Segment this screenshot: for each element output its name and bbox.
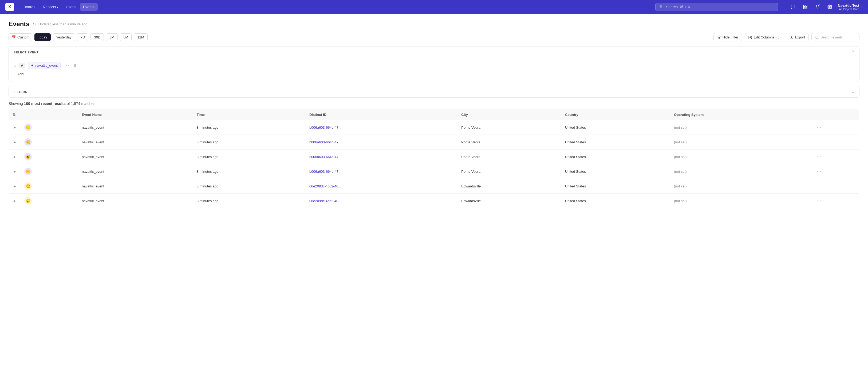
expand-cell: ▶ — [9, 164, 21, 179]
event-name-cell: navattic_event — [78, 120, 193, 135]
svg-line-8 — [818, 38, 818, 39]
table-row: ▶ 😐 navattic_event 8 minutes ago b006a60… — [9, 120, 860, 135]
yesterday-button[interactable]: Yesterday — [53, 33, 75, 41]
3m-button[interactable]: 3M — [106, 33, 118, 41]
distinct-id-cell: b006a603-664c-47... — [306, 164, 458, 179]
row-menu-cell: ··· — [813, 194, 860, 208]
table-row: ▶ 😑 navattic_event 8 minutes ago b006a60… — [9, 135, 860, 149]
distinct-id-link[interactable]: 06e209dc-4c62-40... — [309, 199, 341, 203]
row-menu-cell: ··· — [813, 120, 860, 135]
topnav-right: Navattic Test All Project Data ▾ — [789, 3, 863, 11]
col-actions — [813, 109, 860, 120]
select-event-section: SELECT EVENT ⌃ ⠿ A ✦ navattic_event ··· … — [8, 46, 860, 82]
expand-row-button[interactable]: ▶ — [12, 155, 17, 159]
avatar-cell: 😏 — [21, 179, 78, 194]
row-more-button[interactable]: ··· — [817, 184, 821, 188]
edit-columns-button[interactable]: Edit Columns • 6 — [745, 33, 783, 41]
event-name-cell: navattic_event — [78, 164, 193, 179]
filters-header[interactable]: FILTERS ⌄ — [9, 86, 859, 97]
select-event-header[interactable]: SELECT EVENT ⌃ — [9, 47, 859, 58]
gear-icon[interactable] — [826, 3, 834, 11]
expand-row-button[interactable]: ▶ — [12, 125, 17, 130]
global-search[interactable]: 🔍 — [655, 3, 778, 11]
table-row: ▶ 🙃 navattic_event 8 minutes ago 06e209d… — [9, 194, 860, 208]
sort-icon[interactable]: ⇅ — [12, 112, 16, 117]
avatar: 🙃 — [24, 197, 32, 205]
time-cell: 8 minutes ago — [193, 164, 306, 179]
search-events[interactable]: Search events — [811, 33, 860, 41]
search-input[interactable] — [666, 5, 774, 9]
distinct-id-link[interactable]: b006a603-664c-47... — [309, 125, 341, 129]
hide-filter-button[interactable]: Hide Filter — [713, 33, 742, 41]
nav-users[interactable]: Users — [62, 3, 79, 11]
country-cell: United States — [561, 135, 670, 149]
country-cell: United States — [561, 120, 670, 135]
city-cell: Edwardsville — [458, 179, 561, 194]
12m-button[interactable]: 12M — [134, 33, 147, 41]
svg-rect-2 — [803, 7, 805, 9]
row-more-button[interactable]: ··· — [817, 140, 821, 144]
row-more-button[interactable]: ··· — [817, 198, 821, 203]
today-button[interactable]: Today — [34, 33, 51, 41]
row-more-button[interactable]: ··· — [817, 154, 821, 159]
user-menu[interactable]: Navattic Test All Project Data ▾ — [838, 3, 863, 11]
country-cell: United States — [561, 149, 670, 164]
export-button[interactable]: Export — [786, 33, 809, 41]
expand-row-button[interactable]: ▶ — [12, 140, 17, 144]
custom-date-button[interactable]: 📅 Custom — [8, 33, 32, 41]
user-chevron-icon: ▾ — [861, 6, 863, 8]
updated-text: Updated less than a minute ago — [38, 22, 88, 26]
distinct-id-link[interactable]: b006a603-664c-47... — [309, 170, 341, 174]
7d-button[interactable]: 7D — [77, 33, 89, 41]
nav-boards[interactable]: Boards — [20, 3, 38, 11]
expand-row-button[interactable]: ▶ — [12, 199, 17, 203]
row-more-button[interactable]: ··· — [817, 169, 821, 174]
30d-button[interactable]: 30D — [91, 33, 104, 41]
bell-icon[interactable] — [813, 3, 822, 11]
main-page: Events ↻ Updated less than a minute ago … — [0, 14, 868, 385]
event-name-cell: navattic_event — [78, 194, 193, 208]
add-event-button[interactable]: + Add — [13, 70, 24, 78]
row-more-button[interactable]: ··· — [817, 125, 821, 129]
nav-events[interactable]: Events — [80, 3, 98, 11]
chevron-down-icon: ▾ — [57, 6, 58, 8]
distinct-id-link[interactable]: b006a603-664c-47... — [309, 140, 341, 144]
table-row: ▶ 😏 navattic_event 8 minutes ago 06e209d… — [9, 179, 860, 194]
distinct-id-cell: 06e209dc-4c62-40... — [306, 194, 458, 208]
event-delete-button[interactable]: 🗑 — [73, 63, 77, 68]
os-cell: (not set) — [670, 135, 813, 149]
row-menu-cell: ··· — [813, 149, 860, 164]
drag-handle-icon[interactable]: ⠿ — [13, 63, 16, 67]
time-cell: 8 minutes ago — [193, 135, 306, 149]
distinct-id-link[interactable]: b006a603-664c-47... — [309, 155, 341, 159]
nav-links: Boards Reports ▾ Users Events — [20, 3, 98, 11]
col-country: Country — [561, 109, 670, 120]
nav-reports[interactable]: Reports ▾ — [39, 3, 61, 11]
event-name-cell: navattic_event — [78, 135, 193, 149]
expand-cell: ▶ — [9, 135, 21, 149]
city-cell: Ponte Vedra — [458, 120, 561, 135]
row-menu-cell: ··· — [813, 135, 860, 149]
topnav: X Boards Reports ▾ Users Events 🔍 Navatt… — [0, 0, 868, 14]
6m-button[interactable]: 6M — [120, 33, 132, 41]
event-label: A — [19, 63, 25, 68]
expand-row-button[interactable]: ▶ — [12, 184, 17, 188]
event-more-button[interactable]: ··· — [63, 63, 70, 68]
col-sort: ⇅ — [9, 109, 21, 120]
expand-cell: ▶ — [9, 179, 21, 194]
avatar-cell: 😐 — [21, 149, 78, 164]
refresh-icon[interactable]: ↻ — [32, 22, 36, 27]
filters-section: FILTERS ⌄ — [8, 86, 860, 98]
grid-icon[interactable] — [801, 3, 810, 11]
table-row: ▶ 😶 navattic_event 8 minutes ago b006a60… — [9, 164, 860, 179]
filters-title: FILTERS — [13, 90, 27, 93]
select-event-body: ⠿ A ✦ navattic_event ··· 🗑 + Add — [9, 58, 859, 82]
distinct-id-cell: b006a603-664c-47... — [306, 120, 458, 135]
distinct-id-link[interactable]: 06e209dc-4c62-40... — [309, 184, 341, 188]
event-name-cell: navattic_event — [78, 179, 193, 194]
chat-icon[interactable] — [789, 3, 797, 11]
svg-rect-1 — [806, 5, 807, 6]
logo[interactable]: X — [5, 3, 14, 11]
expand-row-button[interactable]: ▶ — [12, 169, 17, 174]
event-tag[interactable]: ✦ navattic_event — [28, 62, 61, 69]
